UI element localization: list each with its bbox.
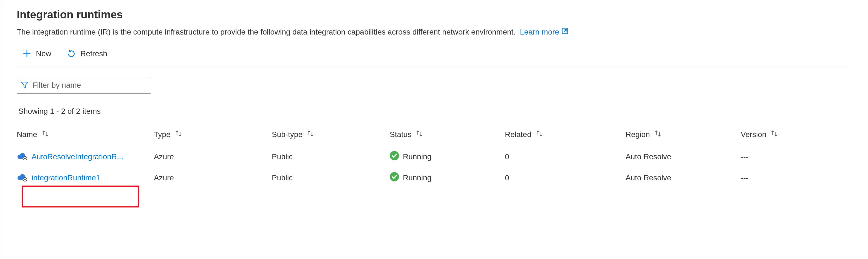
integration-runtimes-page: Integration runtimes The integration run…: [0, 0, 868, 259]
cloud-runtime-icon: [17, 172, 28, 183]
svg-point-5: [24, 179, 26, 180]
cell-subtype: Public: [272, 173, 390, 182]
table-row[interactable]: AutoResolveIntegrationR... Azure Public …: [17, 146, 851, 167]
col-version-label: Version: [741, 130, 766, 139]
sort-icon: [654, 129, 662, 139]
col-type[interactable]: Type: [154, 129, 272, 139]
status-text: Running: [403, 173, 431, 182]
cell-status: Running: [390, 172, 505, 183]
cell-region: Auto Resolve: [626, 152, 741, 161]
col-status[interactable]: Status: [390, 129, 505, 139]
plus-icon: [22, 49, 32, 58]
sort-icon: [175, 129, 183, 139]
highlight-annotation: [22, 186, 139, 207]
runtimes-table: Name Type Sub-type: [17, 126, 851, 188]
col-name[interactable]: Name: [17, 129, 154, 139]
page-description-row: The integration runtime (IR) is the comp…: [17, 27, 851, 36]
sort-icon: [415, 129, 424, 139]
svg-point-3: [390, 151, 399, 160]
cell-status: Running: [390, 151, 505, 162]
cell-subtype: Public: [272, 152, 390, 161]
cell-related: 0: [505, 152, 626, 161]
svg-point-6: [390, 172, 399, 182]
table-row[interactable]: integrationRuntime1 Azure Public Running…: [17, 167, 851, 188]
col-related[interactable]: Related: [505, 129, 626, 139]
status-text: Running: [403, 152, 431, 161]
refresh-button-label: Refresh: [80, 49, 107, 58]
toolbar: New Refresh: [17, 47, 851, 67]
sort-icon: [770, 129, 778, 139]
refresh-button[interactable]: Refresh: [66, 47, 108, 60]
cell-related: 0: [505, 173, 626, 182]
cell-version: ---: [741, 173, 823, 182]
col-status-label: Status: [390, 130, 411, 139]
sort-icon: [41, 129, 50, 139]
learn-more-link[interactable]: Learn more: [520, 27, 568, 36]
svg-point-2: [24, 158, 26, 159]
cell-name: integrationRuntime1: [17, 172, 154, 183]
filter-icon: [21, 81, 29, 90]
status-ok-icon: [390, 172, 399, 183]
cell-name: AutoResolveIntegrationR...: [17, 151, 154, 162]
sort-icon: [535, 129, 544, 139]
learn-more-label: Learn more: [520, 28, 559, 36]
cell-region: Auto Resolve: [626, 173, 741, 182]
cell-version: ---: [741, 152, 823, 161]
cell-type: Azure: [154, 152, 272, 161]
col-type-label: Type: [154, 130, 170, 139]
page-title: Integration runtimes: [17, 8, 851, 21]
col-subtype-label: Sub-type: [272, 130, 303, 139]
cell-type: Azure: [154, 173, 272, 182]
runtime-name-link[interactable]: integrationRuntime1: [32, 173, 100, 182]
filter-box[interactable]: [17, 77, 151, 94]
runtime-name-link[interactable]: AutoResolveIntegrationR...: [32, 152, 123, 161]
showing-count: Showing 1 - 2 of 2 items: [17, 107, 851, 116]
col-related-label: Related: [505, 130, 531, 139]
col-version[interactable]: Version: [741, 129, 823, 139]
new-button[interactable]: New: [21, 47, 52, 60]
new-button-label: New: [36, 49, 51, 58]
col-name-label: Name: [17, 130, 37, 139]
external-link-icon: [561, 27, 568, 36]
filter-input[interactable]: [32, 80, 147, 90]
refresh-icon: [67, 49, 76, 58]
status-ok-icon: [390, 151, 399, 162]
sort-icon: [306, 129, 315, 139]
table-header: Name Type Sub-type: [17, 126, 851, 146]
col-region[interactable]: Region: [626, 129, 741, 139]
col-region-label: Region: [626, 130, 650, 139]
col-subtype[interactable]: Sub-type: [272, 129, 390, 139]
page-description: The integration runtime (IR) is the comp…: [17, 28, 516, 36]
cloud-runtime-icon: [17, 151, 28, 162]
